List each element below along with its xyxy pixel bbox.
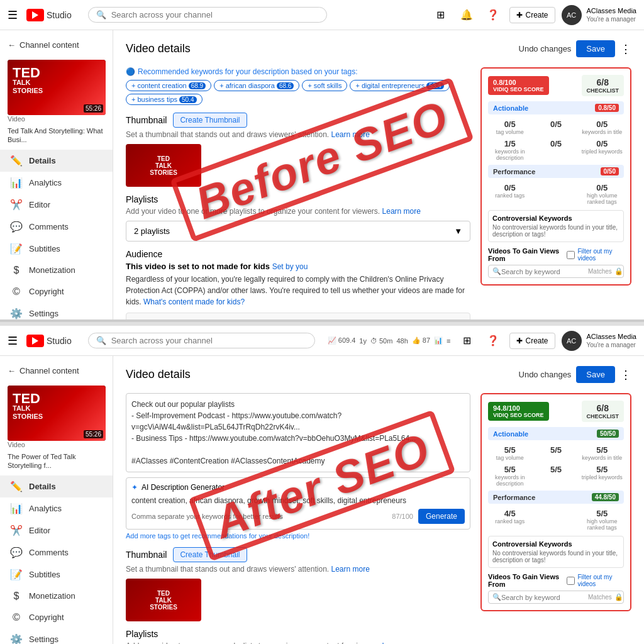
seo-search-input[interactable] bbox=[501, 268, 588, 275]
after-sidebar-back[interactable]: ← Channel content bbox=[0, 361, 113, 380]
period-2: 48h bbox=[396, 337, 408, 345]
after-seo-matches: Matches bbox=[588, 594, 612, 601]
filter-checkbox[interactable] bbox=[567, 251, 575, 259]
after-settings-label: Settings bbox=[29, 635, 58, 644]
playlists-learn-more[interactable]: Learn more bbox=[382, 207, 421, 216]
more-button[interactable]: ⋮ bbox=[620, 42, 631, 56]
sidebar-item-copyright[interactable]: © Copyright bbox=[0, 281, 113, 303]
search-input[interactable] bbox=[111, 10, 319, 19]
sidebar-item-comments[interactable]: 💬 Comments bbox=[0, 216, 113, 238]
menu-icon[interactable]: ☰ bbox=[8, 8, 18, 22]
keyword-chip-2[interactable]: + african diaspora 68.6 bbox=[214, 80, 299, 91]
chip-plus-5: + bbox=[131, 96, 135, 103]
page-header: Video details Undo changes Save ⋮ bbox=[126, 40, 631, 57]
after-body-layout: ← Channel content TED TALKSTORIES 55:26 … bbox=[0, 356, 644, 644]
after-thumbnail-learn-more[interactable]: Learn more bbox=[331, 565, 369, 574]
save-button[interactable]: Save bbox=[576, 40, 615, 57]
recommended-label: 🔵 Recommended keywords for your descript… bbox=[126, 67, 470, 76]
thumbnail-preview: TEDTALKSTORIES bbox=[126, 144, 201, 187]
subtitles-icon: 📝 bbox=[10, 243, 23, 255]
after-search-input[interactable] bbox=[111, 336, 307, 345]
account-info[interactable]: AC AClasses Media You're a manager bbox=[562, 5, 636, 25]
after-metric-lbl-7: ranked tags bbox=[488, 518, 531, 525]
after-left-col: Check out our popular playlists - Self-I… bbox=[126, 393, 470, 644]
after-sidebar-editor[interactable]: ✂️ Editor bbox=[0, 519, 113, 541]
chip-score-5: 50.4 bbox=[179, 96, 196, 103]
after-comments-icon: 💬 bbox=[10, 547, 23, 558]
after-create-button[interactable]: ✚ Create bbox=[509, 333, 555, 349]
after-create-thumbnail-button[interactable]: Create Thumbnail bbox=[173, 547, 247, 562]
editor-icon: ✂️ bbox=[10, 199, 23, 211]
thumbnail-label: Thumbnail bbox=[126, 115, 167, 125]
keyword-chip-1[interactable]: + content creation 68.9 bbox=[126, 80, 211, 91]
keyword-chip-3[interactable]: + soft skills bbox=[302, 80, 347, 91]
analytics-icon: 📊 bbox=[10, 177, 23, 189]
after-analytics-icon: 📊 bbox=[10, 502, 23, 514]
thumb-ted-text: TEDTALKSTORIES bbox=[150, 155, 177, 176]
create-button[interactable]: ✚ Create bbox=[509, 7, 555, 23]
after-seo-search-input[interactable] bbox=[501, 594, 588, 601]
coppa-link[interactable]: What's content made for kids? bbox=[143, 297, 245, 306]
undo-button[interactable]: Undo changes bbox=[519, 44, 572, 53]
after-captions-btn[interactable]: ⊞ bbox=[457, 331, 477, 351]
after-sidebar-settings[interactable]: ⚙️ Settings bbox=[0, 628, 113, 644]
after-sidebar-analytics[interactable]: 📊 Analytics bbox=[0, 497, 113, 519]
after-menu-icon[interactable]: ☰ bbox=[8, 334, 18, 348]
keyword-chip-5[interactable]: + business tips 50.4 bbox=[126, 94, 203, 105]
avatar: AC bbox=[562, 5, 582, 25]
sidebar-back[interactable]: ← Channel content bbox=[0, 35, 113, 55]
settings-icon: ⚙️ bbox=[10, 308, 23, 319]
description-box[interactable]: Check out our popular playlists - Self-I… bbox=[126, 393, 470, 472]
after-seo-videos-section: Videos To Gain Views From Filter out my … bbox=[488, 573, 624, 604]
after-metric-val-1: 5/5 bbox=[488, 445, 531, 455]
after-search-bar[interactable]: 🔍 bbox=[88, 333, 315, 348]
after-seo-search-row[interactable]: 🔍 Matches 🔒 bbox=[488, 591, 624, 604]
sidebar-item-analytics[interactable]: 📊 Analytics bbox=[0, 172, 113, 194]
sidebar-item-settings[interactable]: ⚙️ Settings bbox=[0, 303, 113, 322]
help-btn[interactable]: ❓ bbox=[483, 5, 503, 25]
after-undo-button[interactable]: Undo changes bbox=[519, 370, 572, 379]
create-thumbnail-button[interactable]: Create Thumbnail bbox=[173, 113, 247, 128]
after-save-button[interactable]: Save bbox=[576, 366, 615, 383]
after-help-btn[interactable]: ❓ bbox=[483, 331, 503, 351]
sidebar-item-details[interactable]: ✏️ Details bbox=[0, 150, 113, 172]
after-youtube-icon bbox=[26, 335, 44, 347]
after-sidebar-monetization[interactable]: $ Monetization bbox=[0, 586, 113, 607]
after-playlists-learn-more[interactable]: Learn more bbox=[382, 641, 421, 644]
seo-search-row[interactable]: 🔍 Matches 🔒 bbox=[488, 265, 624, 278]
sidebar-item-subtitles[interactable]: 📝 Subtitles bbox=[0, 238, 113, 260]
sidebar-item-monetization[interactable]: $ Monetization bbox=[0, 260, 113, 281]
after-metric-val-3: 5/5 bbox=[580, 445, 624, 455]
tags-hint[interactable]: Add more tags to get recommendations for… bbox=[126, 532, 470, 540]
chevron-down-icon: ▼ bbox=[454, 226, 462, 236]
ai-tags-input[interactable] bbox=[131, 496, 465, 505]
after-filter-checkbox[interactable] bbox=[567, 577, 575, 585]
seo-scores-panel: 0.8/100 VIDIQ SEO SCORE 6/8 CHECKLIST bbox=[480, 67, 631, 286]
after-sidebar-subtitles[interactable]: 📝 Subtitles bbox=[0, 564, 113, 586]
search-icon: 🔍 bbox=[96, 10, 106, 19]
chip-plus-4: + bbox=[355, 82, 359, 89]
after-more-button[interactable]: ⋮ bbox=[620, 368, 631, 382]
sidebar-item-editor[interactable]: ✂️ Editor bbox=[0, 194, 113, 216]
keyword-chip-4[interactable]: + digital entrepreneurs 53.4 bbox=[350, 80, 449, 91]
after-actionable-label: Actionable bbox=[493, 430, 528, 438]
after-sidebar-comments[interactable]: 💬 Comments bbox=[0, 541, 113, 564]
after-account-info[interactable]: AC AClasses Media You're a manager bbox=[562, 331, 636, 351]
captions-btn[interactable]: ⊞ bbox=[430, 5, 450, 25]
playlist-select[interactable]: 2 playlists ▼ bbox=[126, 221, 470, 242]
chip-score-1: 68.9 bbox=[189, 82, 206, 89]
details-label: Details bbox=[29, 156, 56, 165]
seo-score-label: VIDIQ SEO SCORE bbox=[493, 86, 544, 92]
after-seo-metric-6: 5/5 tripled keywords bbox=[580, 465, 624, 487]
after-sidebar-copyright[interactable]: © Copyright bbox=[0, 607, 113, 628]
notifications-btn[interactable]: 🔔 bbox=[457, 5, 477, 25]
thumbnail-learn-more[interactable]: Learn more bbox=[331, 130, 369, 139]
audience-section: Audience This video is set to not made f… bbox=[126, 249, 470, 322]
after-sidebar-details[interactable]: ✏️ Details bbox=[0, 475, 113, 497]
studio-label: Studio bbox=[47, 10, 72, 20]
search-bar[interactable]: 🔍 bbox=[88, 7, 327, 23]
after-thumb-ted-text: TEDTALKSTORIES bbox=[150, 590, 177, 611]
after-seo-metrics-mid: 5/5 keywords in description 5/5 5/5 trip… bbox=[488, 465, 624, 487]
generate-button[interactable]: Generate bbox=[418, 509, 465, 524]
settings-label: Settings bbox=[29, 309, 58, 318]
